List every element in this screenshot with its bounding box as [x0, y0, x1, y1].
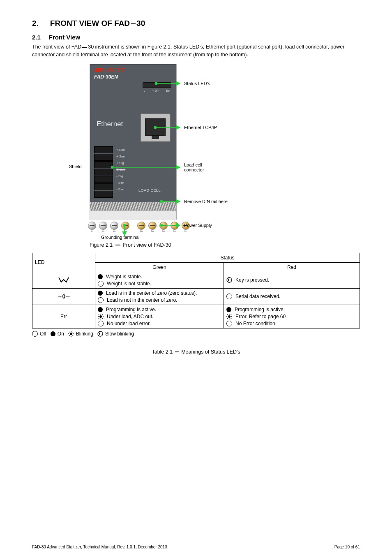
- status-leds-area: ⌵ →0← Err: [143, 82, 171, 92]
- led-off-icon: [226, 294, 232, 299]
- led-off-icon: [32, 331, 38, 337]
- th-green: Green: [95, 262, 224, 272]
- led-on-icon: [51, 331, 55, 336]
- center-zero-icon: →0←: [57, 293, 71, 300]
- svg-line-38: [72, 335, 73, 335]
- section-title-b: 30: [136, 19, 145, 28]
- dash-glyph: [82, 47, 87, 48]
- cell-text: Key is pressed.: [235, 277, 269, 283]
- led-slow-icon: [97, 331, 103, 337]
- led-blink-icon: [98, 314, 104, 319]
- section-number: 2.: [32, 19, 39, 28]
- tb-label-sig-plus: + Sig: [116, 160, 125, 166]
- cell-text: Serial data received.: [235, 294, 280, 299]
- anno-loadcell-connector: Load cell connector: [184, 162, 204, 172]
- load-cell-silkscreen: LOAD CELL: [138, 188, 161, 192]
- svg-line-31: [227, 318, 228, 318]
- brand-logo: ▮▮▮FLINTEC: [94, 67, 125, 73]
- led-off-icon: [98, 297, 104, 303]
- svg-line-29: [231, 318, 231, 318]
- legend-off: Off: [40, 331, 46, 337]
- legend-blink: Blinking: [76, 331, 93, 337]
- terminal-labels: + Exc + Sen + Sig Shield - Sig - Sen - E…: [116, 147, 125, 193]
- tb-label-exc-minus: - Exc: [116, 186, 125, 193]
- tb-label-shield-line: Shield: [116, 166, 125, 173]
- svg-point-13: [227, 278, 232, 282]
- svg-line-19: [99, 314, 99, 315]
- screw: Ln: [159, 222, 168, 230]
- svg-line-39: [72, 332, 73, 332]
- tb-label-sen-minus: - Sen: [116, 180, 125, 186]
- section-title-a: FRONT VIEW OF FAD: [50, 19, 130, 28]
- table-row: →0← Load is in the center of zero (zero …: [32, 288, 360, 305]
- led-off-icon: [226, 321, 232, 326]
- tb-label-sig-minus: - Sig: [116, 173, 125, 180]
- screw: Ln: [148, 222, 157, 230]
- led-label-stable: ⌵: [143, 89, 145, 92]
- footer-left: FAD-30 Advanced Digitizer, Technical Man…: [32, 545, 167, 549]
- figure-front-view: ▮▮▮FLINTEC FAD-30EN ⌵ →0← Err Ethernet: [90, 64, 270, 240]
- ethernet-port: [140, 113, 171, 142]
- led-off-icon: [98, 321, 104, 326]
- stable-icon: [58, 277, 69, 283]
- th-red: Red: [224, 262, 360, 272]
- svg-point-14: [99, 315, 102, 318]
- legend-slow: Slow blinking: [105, 331, 134, 337]
- screw: Ln: [171, 222, 179, 230]
- cell-text: Load is in the center of zero (zero stat…: [106, 290, 197, 296]
- led-blink-icon: [68, 331, 74, 337]
- device-hatch: [90, 202, 176, 210]
- led-on-icon: [98, 274, 103, 279]
- cell-text: No under load error.: [107, 321, 151, 326]
- screw: Ln: [110, 222, 118, 230]
- svg-line-37: [69, 332, 69, 332]
- th-led: LED: [32, 253, 95, 272]
- grounding-screw: Ln: [121, 222, 129, 230]
- page-footer: FAD-30 Advanced Digitizer, Technical Man…: [32, 545, 360, 549]
- cell-text: Load is not in the center of zero.: [107, 297, 177, 303]
- device-base: [90, 210, 176, 220]
- th-status: Status: [95, 253, 360, 262]
- front-view-paragraph: The front view of FAD30 instrument is sh…: [32, 43, 360, 59]
- figure-caption: Figure 2.1 Front view of FAD-30: [90, 242, 360, 248]
- svg-line-30: [231, 314, 231, 315]
- table-row: Weight is stable. Weight is not stable. …: [32, 272, 360, 288]
- figcap-a: Figure 2.1: [90, 242, 113, 248]
- load-cell-terminal-block: [94, 146, 113, 198]
- err-label: Err: [60, 314, 67, 319]
- table-row: Err Programming is active. Under load, A…: [32, 305, 360, 328]
- status-led-table: LED Status Green Red Weight is stable. W…: [32, 253, 360, 328]
- cell-text: Weight is not stable.: [107, 281, 151, 287]
- led-on-icon: [98, 291, 103, 296]
- device-body: ▮▮▮FLINTEC FAD-30EN ⌵ →0← Err Ethernet: [90, 64, 177, 220]
- footer-right: Page 10 of 61: [334, 545, 360, 549]
- cell-text: No Error condition.: [235, 321, 277, 326]
- cell-text: Weight is stable.: [106, 274, 142, 280]
- dash-glyph: [131, 23, 136, 24]
- led-blink-icon: [226, 314, 232, 319]
- section-heading: 2. FRONT VIEW OF FAD30: [32, 19, 360, 28]
- led-off-icon: [98, 281, 104, 287]
- legend-on: On: [58, 331, 64, 337]
- model-label: FAD-30EN: [94, 74, 118, 80]
- anno-grounding-terminal: Grounding terminal: [101, 235, 140, 240]
- tb-label-sen-plus: + Sen: [116, 153, 125, 160]
- table-caption: Table 2.1 Meanings of Status LED's: [32, 349, 360, 355]
- power-terminal-row: Ln Ln Ln Ln Ln Ln Ln Ln Ln: [88, 222, 193, 230]
- svg-point-41: [98, 331, 103, 336]
- cell-text: Error. Refer to page 60: [235, 314, 286, 319]
- svg-line-40: [69, 335, 69, 335]
- led-label-zero: →0←: [152, 89, 160, 92]
- svg-line-21: [102, 314, 103, 315]
- tb-label-exc-plus: + Exc: [116, 147, 125, 153]
- ethernet-label: Ethernet: [97, 120, 123, 128]
- subsection-title: Front View: [49, 34, 80, 41]
- anno-shield-label: Shield: [69, 164, 82, 169]
- anno-din-rail: Remove DIN rail here: [184, 199, 228, 204]
- anno-status-leds: Status LED's: [184, 81, 210, 86]
- svg-line-20: [102, 318, 103, 318]
- subsection-heading: 2.1 Front View: [32, 34, 360, 41]
- led-label-err: Err: [166, 89, 171, 92]
- anno-ethernet: Ethernet TCP/IP: [184, 125, 217, 130]
- subsection-number: 2.1: [32, 34, 41, 41]
